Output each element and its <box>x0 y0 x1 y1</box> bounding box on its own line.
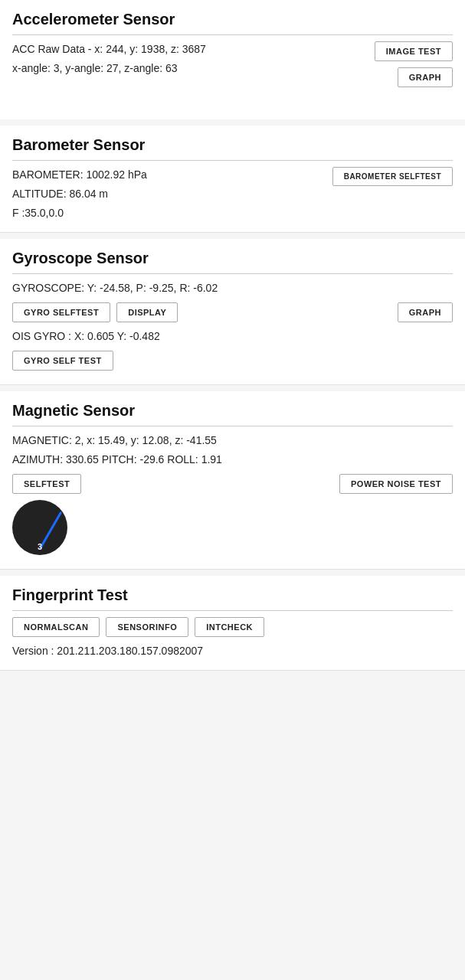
barometer-selftest-button[interactable]: BAROMETER SELFTEST <box>332 167 453 186</box>
barometer-value: BAROMETER: 1002.92 hPa <box>12 167 147 183</box>
acc-graph-button[interactable]: GRAPH <box>398 67 453 87</box>
barometer-title: Barometer Sensor <box>12 136 453 154</box>
accelerometer-section: Accelerometer Sensor ACC Raw Data - x: 2… <box>0 0 465 119</box>
normalscan-button[interactable]: NORMALSCAN <box>12 617 100 637</box>
magnetic-value: MAGNETIC: 2, x: 15.49, y: 12.08, z: -41.… <box>12 433 453 449</box>
altitude-value: ALTITUDE: 86.04 m <box>12 186 453 202</box>
acc-angle-data: x-angle: 3, y-angle: 27, z-angle: 63 <box>12 60 361 77</box>
magnetic-section: Magnetic Sensor MAGNETIC: 2, x: 15.49, y… <box>0 391 465 570</box>
gyro-display-button[interactable]: DISPLAY <box>116 302 178 322</box>
magnetic-title: Magnetic Sensor <box>12 402 453 420</box>
gyro-self-test-button[interactable]: GYRO SELF TEST <box>12 351 113 371</box>
azimuth-value: AZIMUTH: 330.65 PITCH: -29.6 ROLL: 1.91 <box>12 452 453 468</box>
gyro-graph-button[interactable]: GRAPH <box>398 302 453 322</box>
gyroscope-value: GYROSCOPE: Y: -24.58, P: -9.25, R: -6.02 <box>12 280 453 296</box>
gyroscope-title: Gyroscope Sensor <box>12 250 453 267</box>
image-test-button[interactable]: IMAGE TEST <box>375 41 453 61</box>
fingerprint-title: Fingerprint Test <box>12 586 453 604</box>
acc-raw-data: ACC Raw Data - x: 244, y: 1938, z: 3687 <box>12 41 361 57</box>
compass-dial: 3 <box>12 500 67 555</box>
magnetic-selftest-button[interactable]: SELFTEST <box>12 474 81 494</box>
sensorinfo-button[interactable]: SENSORINFO <box>106 617 188 637</box>
barometer-section: Barometer Sensor BAROMETER: 1002.92 hPa … <box>0 126 465 233</box>
intcheck-button[interactable]: INTCHECK <box>195 617 264 637</box>
ois-gyro-value: OIS GYRO : X: 0.605 Y: -0.482 <box>12 328 453 345</box>
f-value: F :35.0,0.0 <box>12 205 453 221</box>
power-noise-test-button[interactable]: POWER NOISE TEST <box>339 474 453 494</box>
gyroscope-section: Gyroscope Sensor GYROSCOPE: Y: -24.58, P… <box>0 239 465 385</box>
compass-label: 3 <box>38 542 42 551</box>
fingerprint-version: Version : 201.211.203.180.157.0982007 <box>12 643 453 659</box>
fingerprint-section: Fingerprint Test NORMALSCAN SENSORINFO I… <box>0 576 465 671</box>
accelerometer-title: Accelerometer Sensor <box>12 11 453 28</box>
compass-needle <box>39 511 63 550</box>
gyro-selftest-button[interactable]: GYRO SELFTEST <box>12 302 110 322</box>
